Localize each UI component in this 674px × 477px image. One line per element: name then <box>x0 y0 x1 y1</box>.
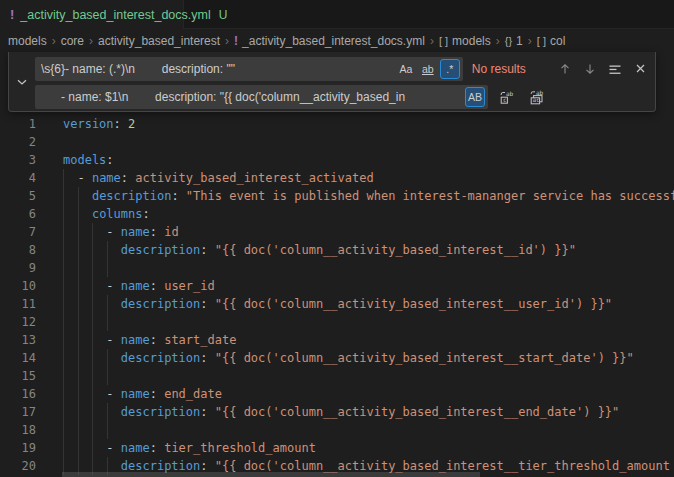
breadcrumb-separator-icon: › <box>496 34 500 48</box>
code-line-content: description: "{{ doc('column__activity_b… <box>48 241 576 259</box>
code-line-content: - name: tier_threshold_amount <box>48 439 316 457</box>
code-line[interactable]: 8 description: "{{ doc('column__activity… <box>0 241 674 259</box>
code-line-content: - name: end_date <box>48 385 222 403</box>
line-number[interactable]: 14 <box>0 349 48 367</box>
breadcrumb-item-activity_based_interest[interactable]: activity_based_interest <box>98 34 220 48</box>
code-line-content: description: "{{ doc('column__activity_b… <box>48 403 619 421</box>
code-line[interactable]: 17 description: "{{ doc('column__activit… <box>0 403 674 421</box>
code-line[interactable]: 15 <box>0 367 674 385</box>
code-editor[interactable]: 1version: 223models:4 - name: activity_b… <box>0 112 674 477</box>
line-number[interactable]: 18 <box>0 421 48 439</box>
find-query-text: \s{6}- name: (.*)\n description: "" <box>41 57 391 81</box>
breadcrumb-label: 1 <box>516 34 523 48</box>
code-line[interactable]: 13 - name: start_date <box>0 331 674 349</box>
line-number[interactable]: 12 <box>0 313 48 331</box>
horizontal-scrollbar-thumb[interactable] <box>62 472 480 477</box>
previous-match-button[interactable] <box>555 58 576 80</box>
replace-button[interactable]: ab c <box>496 86 518 108</box>
breadcrumb-separator-icon: › <box>528 34 532 48</box>
line-number[interactable]: 2 <box>0 133 48 151</box>
indent-guide <box>63 169 64 475</box>
next-match-button[interactable] <box>580 58 601 80</box>
code-line[interactable]: 11 description: "{{ doc('column__activit… <box>0 295 674 313</box>
symbol-icon: [ ] <box>439 35 448 47</box>
line-number[interactable]: 19 <box>0 439 48 457</box>
breadcrumb-item-core[interactable]: core <box>61 34 84 48</box>
chevron-down-icon <box>16 76 28 88</box>
git-untracked-badge: U <box>219 8 228 22</box>
code-line[interactable]: 16 - name: end_date <box>0 385 674 403</box>
breadcrumb-item-models[interactable]: [ ]models <box>439 34 491 48</box>
replace-all-icon: ab ac <box>529 89 545 105</box>
breadcrumb-separator-icon: › <box>430 34 434 48</box>
line-number[interactable]: 5 <box>0 187 48 205</box>
breadcrumb-label: col <box>550 34 565 48</box>
line-number[interactable]: 20 <box>0 457 48 475</box>
indent-guide <box>107 403 108 439</box>
code-line[interactable]: 4 - name: activity_based_interest_activa… <box>0 169 674 187</box>
line-number[interactable]: 16 <box>0 385 48 403</box>
code-line-content: description: "{{ doc('column__activity_b… <box>48 295 612 313</box>
code-line[interactable]: 6 columns: <box>0 205 674 223</box>
code-line[interactable]: 2 <box>0 133 674 151</box>
line-number[interactable]: 4 <box>0 169 48 187</box>
code-line-content: - name: user_id <box>48 277 215 295</box>
find-status: No results <box>472 62 536 76</box>
line-number[interactable]: 7 <box>0 223 48 241</box>
breadcrumb-separator-icon: › <box>225 34 229 48</box>
symbol-icon: [ ] <box>537 35 546 47</box>
breadcrumb-label: activity_based_interest <box>98 34 220 48</box>
code-line-content: - name: start_date <box>48 331 236 349</box>
line-number[interactable]: 9 <box>0 259 48 277</box>
code-line[interactable]: 19 - name: tier_threshold_amount <box>0 439 674 457</box>
breadcrumb-item-1[interactable]: {}1 <box>505 34 523 48</box>
find-input[interactable]: \s{6}- name: (.*)\n description: "" Aa a… <box>35 57 463 81</box>
tab-title: _activity_based_interest_docs.yml <box>20 8 210 22</box>
replace-input[interactable]: - name: $1\n description: "{{ doc('colum… <box>35 85 488 109</box>
line-number[interactable]: 13 <box>0 331 48 349</box>
regex-button[interactable]: .* <box>440 59 460 79</box>
arrow-down-icon <box>583 62 597 76</box>
line-number[interactable]: 3 <box>0 151 48 169</box>
code-line[interactable]: 12 <box>0 313 674 331</box>
line-number[interactable]: 11 <box>0 295 48 313</box>
yaml-file-icon: ! <box>234 34 238 48</box>
find-in-selection-button[interactable] <box>605 58 626 80</box>
code-line[interactable]: 10 - name: user_id <box>0 277 674 295</box>
code-line-content: description: "This event is published wh… <box>48 187 674 205</box>
match-case-button[interactable]: Aa <box>396 59 416 79</box>
code-line[interactable]: 3models: <box>0 151 674 169</box>
code-line-content: models: <box>48 151 114 169</box>
tab-bar: ! _activity_based_interest_docs.yml U <box>0 0 674 29</box>
preserve-case-button[interactable]: AB <box>465 87 485 107</box>
line-number[interactable]: 10 <box>0 277 48 295</box>
breadcrumb-item-_activity_based_interest_docs.yml[interactable]: !_activity_based_interest_docs.yml <box>234 34 425 48</box>
breadcrumb-separator-icon: › <box>52 34 56 48</box>
line-number[interactable]: 17 <box>0 403 48 421</box>
toggle-replace-button[interactable] <box>9 52 35 111</box>
code-line[interactable]: 9 <box>0 259 674 277</box>
code-line-content: description: "{{ doc('column__activity_b… <box>48 349 634 367</box>
close-icon <box>634 62 647 75</box>
line-number[interactable]: 15 <box>0 367 48 385</box>
code-line[interactable]: 18 <box>0 421 674 439</box>
symbol-icon: {} <box>505 35 512 47</box>
code-line[interactable]: 14 description: "{{ doc('column__activit… <box>0 349 674 367</box>
breadcrumb-label: core <box>61 34 84 48</box>
line-number[interactable]: 8 <box>0 241 48 259</box>
tab-activity-based-interest-docs[interactable]: ! _activity_based_interest_docs.yml U <box>0 0 184 29</box>
replace-all-button[interactable]: ab ac <box>526 86 548 108</box>
whole-word-button[interactable]: ab <box>418 59 438 79</box>
yaml-file-icon: ! <box>10 7 14 22</box>
close-find-button[interactable] <box>630 58 651 80</box>
breadcrumb-label: models <box>8 34 47 48</box>
code-line[interactable]: 5 description: "This event is published … <box>0 187 674 205</box>
code-line[interactable]: 7 - name: id <box>0 223 674 241</box>
breadcrumb-item-models[interactable]: models <box>8 34 47 48</box>
breadcrumb-item-col[interactable]: [ ]col <box>537 34 566 48</box>
indent-guide <box>78 187 79 475</box>
code-line-content: version: 2 <box>48 115 135 133</box>
line-number[interactable]: 1 <box>0 115 48 133</box>
code-line[interactable]: 1version: 2 <box>0 115 674 133</box>
line-number[interactable]: 6 <box>0 205 48 223</box>
